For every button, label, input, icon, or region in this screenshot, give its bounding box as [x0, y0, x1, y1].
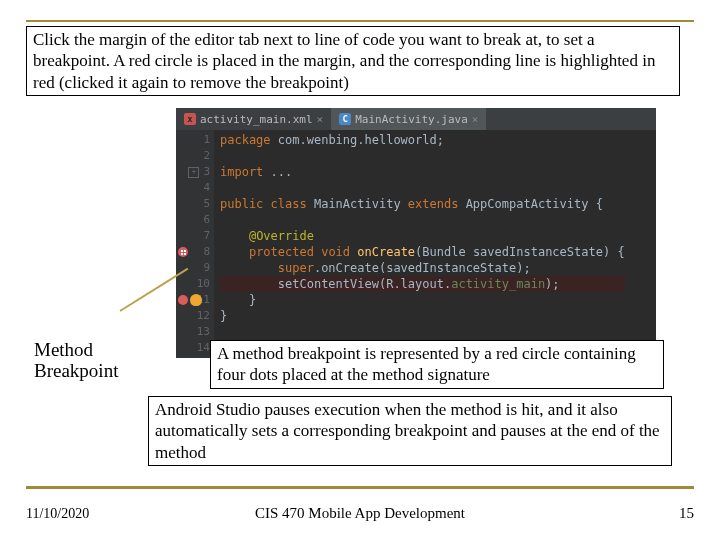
gutter-line: 4	[176, 180, 210, 196]
para-text: Android Studio pauses execution when the…	[155, 400, 660, 462]
gutter-line: 7	[176, 228, 210, 244]
gutter-line: 13	[176, 324, 210, 340]
footer-course: CIS 470 Mobile App Development	[0, 505, 720, 522]
gutter-line: 5	[176, 196, 210, 212]
code-line	[220, 180, 625, 196]
close-icon[interactable]: ×	[317, 113, 324, 126]
fold-icon[interactable]: +	[188, 167, 199, 178]
line-gutter[interactable]: 1 2 +3 4 5 6 7 8 9 10 11 12 13 14	[176, 130, 214, 358]
gutter-line: 14	[176, 340, 210, 356]
line-breakpoint-icon[interactable]	[178, 295, 188, 305]
gutter-line: 8	[176, 244, 210, 260]
gutter-line: 6	[176, 212, 210, 228]
intro-text: Click the margin of the editor tab next …	[33, 30, 655, 92]
code-line: }	[220, 308, 625, 324]
gutter-line: 12	[176, 308, 210, 324]
code-line	[220, 324, 625, 340]
code-area: 1 2 +3 4 5 6 7 8 9 10 11 12 13 14 packag…	[176, 130, 656, 358]
code-line: }	[220, 292, 625, 308]
code-lines: package com.wenbing.helloworld; import .…	[214, 130, 625, 358]
code-line	[220, 212, 625, 228]
gutter-line: 11	[176, 292, 210, 308]
code-line: import ...	[220, 164, 625, 180]
code-line-highlighted: setContentView(R.layout.activity_main);	[220, 276, 625, 292]
ide-screenshot: x activity_main.xml × C MainActivity.jav…	[176, 108, 656, 358]
java-file-icon: C	[339, 113, 351, 125]
code-line: protected void onCreate(Bundle savedInst…	[220, 244, 625, 260]
intro-text-box: Click the margin of the editor tab next …	[26, 26, 680, 96]
execution-pause-description: Android Studio pauses execution when the…	[148, 396, 672, 466]
top-rule	[26, 20, 694, 22]
desc-text: A method breakpoint is represented by a …	[217, 344, 636, 384]
bottom-rule	[26, 486, 694, 489]
gutter-line: 10	[176, 276, 210, 292]
code-line: public class MainActivity extends AppCom…	[220, 196, 625, 212]
code-line: package com.wenbing.helloworld;	[220, 132, 625, 148]
code-line	[220, 148, 625, 164]
gutter-line: 2	[176, 148, 210, 164]
method-breakpoint-label: Method Breakpoint	[34, 340, 118, 382]
lightbulb-icon[interactable]	[190, 294, 202, 306]
code-line: super.onCreate(savedInstanceState);	[220, 260, 625, 276]
editor-tabs: x activity_main.xml × C MainActivity.jav…	[176, 108, 656, 130]
close-icon[interactable]: ×	[472, 113, 479, 126]
tab-label: activity_main.xml	[200, 113, 313, 126]
tab-activity-main[interactable]: x activity_main.xml ×	[176, 108, 331, 130]
method-breakpoint-icon[interactable]	[178, 247, 188, 257]
code-line: @Override	[220, 228, 625, 244]
xml-file-icon: x	[184, 113, 196, 125]
method-breakpoint-description: A method breakpoint is represented by a …	[210, 340, 664, 389]
tab-main-activity[interactable]: C MainActivity.java ×	[331, 108, 486, 130]
footer-page-number: 15	[679, 505, 694, 522]
tab-label: MainActivity.java	[355, 113, 468, 126]
gutter-line: 1	[176, 132, 210, 148]
gutter-line: +3	[176, 164, 210, 180]
